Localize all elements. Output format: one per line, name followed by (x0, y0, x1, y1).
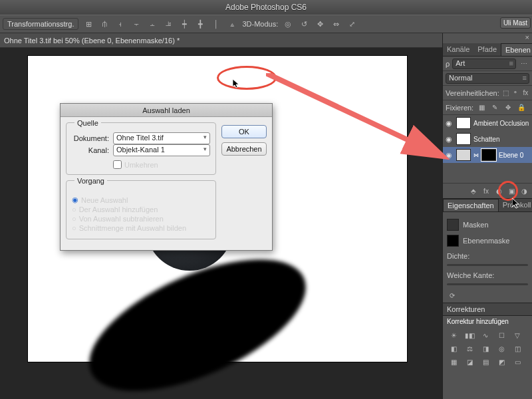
align-left-icon[interactable]: ⊞ (82, 17, 94, 31)
layer-row[interactable]: ◉ ⋈ Ebene 0 (443, 147, 532, 163)
new-group-icon[interactable]: ▣ (506, 186, 517, 196)
layer-mask-label: Ebenenmaske (463, 237, 509, 245)
add-mask-icon[interactable]: ◐ (493, 186, 504, 196)
workspace: Auswahl laden Quelle Dokument: Ohne Tite… (0, 48, 442, 399)
blend-mode-dropdown[interactable]: Normal (446, 73, 529, 84)
layer-name[interactable]: Schatten (473, 136, 499, 143)
fx-icon[interactable]: fx (481, 186, 491, 196)
slide-icon[interactable]: ⇔ (330, 17, 342, 31)
link-layers-icon[interactable]: ⬘ (468, 186, 479, 196)
adjustment-layer-icon[interactable]: ◑ (519, 186, 529, 196)
radio-intersect-selection: ○Schnittmenge mit Auswahl bilden (72, 224, 210, 232)
lock-transparency-icon[interactable]: ▦ (476, 103, 487, 112)
align-top-icon[interactable]: ⫟ (130, 17, 142, 31)
layer-thumbnail[interactable] (456, 133, 471, 145)
color-balance-icon[interactable]: ⚖ (463, 343, 476, 354)
link-icon[interactable]: ⋈ (473, 152, 479, 158)
feather-label: Weiche Kante: (447, 271, 494, 279)
document-dropdown[interactable]: Ohne Titel 3.tif (113, 132, 210, 144)
tab-properties[interactable]: Eigenschaften (443, 199, 499, 211)
visibility-eye-icon[interactable]: ◉ (444, 150, 454, 160)
tab-paths[interactable]: Pfade (473, 43, 501, 56)
properties-tabs: Eigenschaften Protokoll (443, 199, 532, 212)
app-title-bar: Adobe Photoshop CS6 (0, 0, 532, 15)
lock-all-icon[interactable]: 🔒 (516, 103, 527, 112)
workspace-switcher[interactable]: Uli Mast (500, 17, 531, 29)
load-selection-dialog: Auswahl laden Quelle Dokument: Ohne Tite… (60, 103, 273, 251)
pan-icon[interactable]: ✥ (314, 17, 326, 31)
mask-mode-icon[interactable] (447, 219, 459, 231)
add-correction-label: Korrektur hinzufügen (443, 316, 532, 327)
posterize-icon[interactable]: ▤ (479, 356, 492, 367)
channel-dropdown[interactable]: Objekt-Kanal 1 (113, 144, 210, 156)
scale-icon[interactable]: ⤢ (346, 17, 358, 31)
lock-position-icon[interactable]: ✥ (503, 103, 513, 112)
layers-footer: ⬘ fx ◐ ▣ ◑ (443, 183, 532, 199)
layer-name[interactable]: Ambient Occlusion (473, 120, 529, 127)
bw-icon[interactable]: ◨ (479, 343, 492, 354)
tool-label: Transformationsstrg. (3, 18, 78, 30)
align-bottom-icon[interactable]: ⫡ (162, 17, 174, 31)
mask-thumbnail[interactable] (481, 149, 496, 161)
hue-sat-icon[interactable]: ◧ (447, 343, 460, 354)
visibility-eye-icon[interactable]: ◉ (444, 134, 454, 144)
panel-close-icon[interactable]: × (443, 33, 532, 43)
unify-row: Vereinheitlichen: ⬚ ᵒ fx (443, 86, 532, 100)
gradient-map-icon[interactable]: ▭ (511, 356, 524, 367)
source-fieldset: Quelle Dokument: Ohne Titel 3.tif Kanal:… (66, 122, 216, 175)
3d-icon[interactable]: ⟁ (226, 17, 238, 31)
corrections-header: Korrekturen (443, 303, 532, 316)
unify-position-icon[interactable]: ⬚ (502, 88, 509, 98)
radio-new-selection[interactable]: ◉Neue Auswahl (72, 196, 210, 204)
orbit-icon[interactable]: ◎ (282, 17, 294, 31)
invert-checkbox[interactable] (113, 160, 122, 169)
ok-button[interactable]: OK (221, 125, 267, 138)
layer-name[interactable]: Ebene 0 (499, 152, 523, 159)
distribute-v-icon[interactable]: ╋ (194, 17, 206, 31)
invert-icon[interactable]: ◪ (463, 356, 476, 367)
dialog-title: Auswahl laden (61, 104, 272, 117)
align-right-icon[interactable]: ⫞ (114, 17, 126, 31)
distribute-h-icon[interactable]: ┿ (178, 17, 190, 31)
refine-icon[interactable]: ⟳ (447, 291, 458, 300)
roll-icon[interactable]: ↺ (298, 17, 310, 31)
invert-checkbox-row[interactable]: Umkehren (72, 160, 210, 169)
curves-icon[interactable]: ∿ (479, 330, 492, 340)
filter-icon[interactable]: ⋯ (519, 59, 529, 68)
layer-thumbnail[interactable] (456, 117, 471, 129)
lookup-icon[interactable]: ▦ (447, 356, 460, 367)
radio-add-selection: ○Der Auswahl hinzufügen (72, 205, 210, 213)
operation-legend: Vorgang (74, 177, 107, 185)
unify-style-icon[interactable]: fx (522, 88, 529, 98)
threshold-icon[interactable]: ◩ (495, 356, 508, 367)
photo-filter-icon[interactable]: ◎ (495, 343, 508, 354)
filter-kind-dropdown[interactable]: Art (452, 59, 516, 69)
vibrance-icon[interactable]: ▽ (511, 330, 524, 340)
tab-channels[interactable]: Kanäle (443, 43, 473, 56)
layers-panel-tabs: Kanäle Pfade Ebenen (443, 43, 532, 57)
brightness-icon[interactable]: ☀ (447, 330, 460, 340)
unify-visibility-icon[interactable]: ᵒ (512, 88, 519, 98)
cancel-button[interactable]: Abbrechen (221, 142, 267, 156)
levels-icon[interactable]: ▮◧ (463, 330, 476, 340)
tab-history[interactable]: Protokoll (499, 199, 532, 211)
channel-label: Kanal: (72, 146, 109, 154)
layer-row[interactable]: ◉ Ambient Occlusion (443, 115, 532, 131)
invert-label: Umkehren (124, 161, 158, 169)
lock-pixels-icon[interactable]: ✎ (489, 103, 500, 112)
masks-label: Masken (463, 221, 489, 229)
layer-thumbnail[interactable] (456, 149, 471, 161)
exposure-icon[interactable]: ☐ (495, 330, 508, 340)
layer-row[interactable]: ◉ Schatten (443, 131, 532, 147)
document-label: Dokument: (72, 134, 109, 142)
align-center-h-icon[interactable]: ⫛ (98, 17, 110, 31)
operation-fieldset: Vorgang ◉Neue Auswahl ○Der Auswahl hinzu… (66, 180, 216, 239)
density-label: Dichte: (447, 252, 469, 260)
feather-slider[interactable] (447, 283, 528, 285)
layer-mask-thumb[interactable] (447, 235, 459, 247)
visibility-eye-icon[interactable]: ◉ (444, 118, 454, 128)
align-middle-icon[interactable]: ⫠ (146, 17, 158, 31)
channel-mixer-icon[interactable]: ◫ (511, 343, 524, 354)
tab-layers[interactable]: Ebenen (501, 43, 532, 56)
density-slider[interactable] (447, 264, 528, 266)
